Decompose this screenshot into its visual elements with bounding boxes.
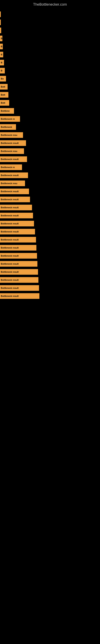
- bar: Bottleneck result: [0, 140, 26, 146]
- site-title: TheBottlenecker.com: [0, 0, 100, 8]
- bar-row: Bottleneck result: [0, 276, 100, 284]
- bar-label: Bott: [1, 94, 5, 96]
- bar-row: Bottleneck result: [0, 244, 100, 252]
- bar: Bottleneck result: [0, 205, 32, 210]
- bar-label: Bottleneck result: [1, 190, 19, 192]
- bar-label: Bottleneck result: [1, 238, 19, 241]
- bar-row: Bottleneck resu: [0, 179, 100, 187]
- bar-row: Bottleneck re: [0, 115, 100, 123]
- bar-label: Bottleneck result: [1, 142, 19, 144]
- bar-row: Bottleneck result: [0, 187, 100, 196]
- bar-label: Bottleneck result: [1, 214, 19, 217]
- bar-row: Bottleneck result: [0, 236, 100, 244]
- bar: B: [0, 36, 2, 41]
- bars-container: BBBBBBoBottBottBottBottleneBottleneck re…: [0, 8, 100, 300]
- bar-row: Bottleneck result: [0, 155, 100, 163]
- bar: [0, 28, 1, 33]
- bar-row: Bottleneck result: [0, 204, 100, 212]
- bar: Bott: [0, 92, 8, 98]
- bar-row: [0, 26, 100, 34]
- bar-label: Bottleneck result: [1, 246, 19, 249]
- bar-row: B: [0, 34, 100, 42]
- bar-label: Bottleneck result: [1, 287, 19, 289]
- bar: [0, 12, 1, 17]
- bar-label: Bottleneck result: [1, 254, 19, 257]
- bar-row: Bottleneck result: [0, 220, 100, 228]
- bar-label: B: [1, 70, 2, 72]
- bar: Bottleneck result: [0, 156, 27, 162]
- bar-label: Bottleneck result: [1, 198, 19, 201]
- bar-label: Bo: [1, 78, 4, 80]
- bar: Bottleneck resu: [0, 132, 23, 138]
- bar-row: [0, 18, 100, 26]
- bar-row: Bottleneck result: [0, 268, 100, 276]
- bar-label: B: [1, 53, 2, 56]
- bar: Bottleneck result: [0, 285, 39, 291]
- bar: Bottleneck result: [0, 196, 30, 202]
- bar-row: Bottleneck result: [0, 196, 100, 204]
- bar-row: [0, 10, 100, 18]
- bar-label: Bottleneck re: [1, 118, 15, 120]
- bar-label: B: [1, 45, 2, 48]
- bar-row: Bottleneck result: [0, 284, 100, 292]
- bar-row: Bottleneck result: [0, 171, 100, 179]
- bar: Bott: [0, 84, 8, 90]
- bar: Bottleneck result: [0, 277, 38, 283]
- bar: Bo: [0, 76, 6, 82]
- bar-row: Bottleneck result: [0, 260, 100, 268]
- bar: Bottleneck resu: [0, 180, 25, 186]
- bar-row: Bottleneck re: [0, 163, 100, 171]
- bar-label: Bottleneck: [1, 126, 12, 128]
- bar-label: Bottlene: [1, 110, 10, 112]
- bar-row: Bottleneck result: [0, 292, 100, 300]
- bar: Bottleneck result: [0, 213, 33, 218]
- bar-row: B: [0, 42, 100, 50]
- bar-label: Bottleneck result: [1, 158, 19, 160]
- bar-label: Bott: [1, 102, 5, 104]
- bar: B: [0, 52, 3, 57]
- bar-row: Bottleneck result: [0, 228, 100, 236]
- bar-row: Bott: [0, 99, 100, 107]
- bar: [0, 20, 1, 25]
- bar-row: Bottleneck result: [0, 139, 100, 147]
- bar-row: Bottleneck resu: [0, 131, 100, 139]
- bar-label: Bottleneck re: [1, 166, 15, 168]
- bar-row: Bottleneck result: [0, 252, 100, 260]
- bar-label: Bottleneck resu: [1, 182, 17, 184]
- bar-label: Bottleneck result: [1, 271, 19, 273]
- bar-label: Bottleneck result: [1, 230, 19, 233]
- page-container: TheBottlenecker.com BBBBBBoBottBottBottB…: [0, 0, 100, 644]
- bar-label: Bottleneck resu: [1, 134, 17, 136]
- bar-row: Bott: [0, 91, 100, 99]
- bar-label: Bottleneck result: [1, 206, 19, 209]
- bar: Bottleneck result: [0, 245, 36, 250]
- bar-row: Bottleneck resu: [0, 147, 100, 155]
- bar: B: [0, 44, 3, 49]
- bar: Bottleneck result: [0, 253, 37, 258]
- bar: B: [0, 60, 4, 66]
- bar: B: [0, 68, 5, 74]
- bar: Bottleneck result: [0, 188, 29, 194]
- bar-row: Bo: [0, 75, 100, 83]
- bar: Bottleneck result: [0, 261, 37, 267]
- bar-label: B: [1, 37, 2, 40]
- bar-row: Bottleneck: [0, 123, 100, 131]
- bar: Bottleneck result: [0, 172, 28, 178]
- bar-row: B: [0, 58, 100, 66]
- bar-label: B: [1, 62, 2, 64]
- bar: Bottleneck result: [0, 237, 36, 242]
- bar-row: Bottlene: [0, 107, 100, 115]
- bar-row: Bottleneck result: [0, 212, 100, 220]
- bar-label: Bottleneck result: [1, 279, 19, 281]
- bar: Bottleneck result: [0, 229, 35, 234]
- bar-row: B: [0, 50, 100, 58]
- bar-label: Bottleneck result: [1, 263, 19, 265]
- bar: Bottleneck: [0, 124, 16, 130]
- bar-label: Bottleneck resu: [1, 150, 17, 152]
- bar: Bottleneck re: [0, 164, 22, 170]
- bar: Bott: [0, 100, 9, 106]
- bar-row: Bott: [0, 83, 100, 91]
- bar: Bottlene: [0, 108, 14, 114]
- bar-row: B: [0, 66, 100, 75]
- bar: Bottleneck result: [0, 269, 38, 275]
